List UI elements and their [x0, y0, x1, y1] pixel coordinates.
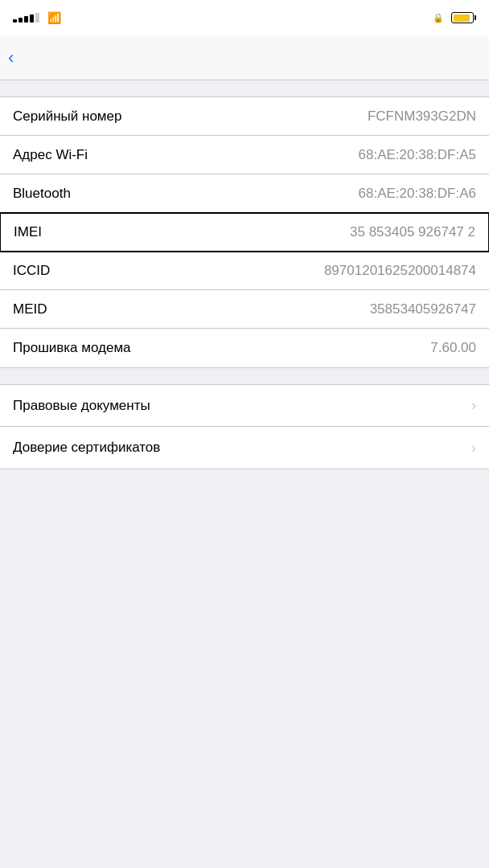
- status-left: 📶: [13, 11, 61, 24]
- battery-icon: [451, 12, 476, 23]
- row-value: FCFNM393G2DN: [368, 108, 476, 125]
- row-label: IMEI: [14, 224, 42, 240]
- row-value: 68:AE:20:38:DF:A6: [359, 186, 476, 202]
- nav-row[interactable]: Доверие сертификатов›: [0, 427, 489, 469]
- row-label: Адрес Wi-Fi: [13, 147, 88, 163]
- table-row: MEID35853405926747: [0, 290, 489, 329]
- status-bar: 📶 🔒: [0, 0, 489, 35]
- battery-tip: [475, 15, 476, 20]
- row-label: Серийный номер: [13, 108, 121, 125]
- table-row: Адрес Wi-Fi68:AE:20:38:DF:A5: [0, 136, 489, 174]
- info-table: Серийный номерFCFNM393G2DNАдрес Wi-Fi68:…: [0, 96, 489, 368]
- chevron-right-icon: ›: [471, 397, 476, 414]
- battery-body: [451, 12, 474, 23]
- row-label: Bluetooth: [13, 186, 71, 202]
- row-label: MEID: [13, 301, 47, 317]
- content: Серийный номерFCFNM393G2DNАдрес Wi-Fi68:…: [0, 80, 489, 469]
- row-value: 7.60.00: [430, 340, 476, 356]
- nav-row[interactable]: Правовые документы›: [0, 385, 489, 427]
- table-row: ICCID89701201625200014874: [0, 252, 489, 290]
- status-right: 🔒: [433, 12, 476, 23]
- wifi-icon: 📶: [47, 11, 61, 24]
- table-row: IMEI35 853405 926747 2: [0, 212, 489, 252]
- signal-bars: [13, 13, 39, 23]
- nav-bar: ‹: [0, 35, 489, 80]
- table-row: Прошивка модема7.60.00: [0, 329, 489, 367]
- back-button[interactable]: ‹: [8, 49, 16, 67]
- chevron-right-icon: ›: [471, 440, 476, 457]
- nav-row-label: Правовые документы: [13, 398, 150, 414]
- lock-icon: 🔒: [433, 13, 444, 23]
- battery-fill: [454, 14, 471, 22]
- row-value: 89701201625200014874: [324, 263, 476, 279]
- row-label: Прошивка модема: [13, 340, 131, 356]
- nav-row-label: Доверие сертификатов: [13, 440, 160, 456]
- row-value: 68:AE:20:38:DF:A5: [359, 147, 476, 163]
- nav-table: Правовые документы›Доверие сертификатов›: [0, 384, 489, 469]
- row-label: ICCID: [13, 263, 50, 279]
- back-chevron-icon: ‹: [8, 49, 14, 67]
- row-value: 35 853405 926747 2: [350, 224, 475, 240]
- table-row: Bluetooth68:AE:20:38:DF:A6: [0, 174, 489, 213]
- table-row: Серийный номерFCFNM393G2DN: [0, 97, 489, 136]
- row-value: 35853405926747: [370, 301, 476, 317]
- battery-container: [449, 12, 476, 23]
